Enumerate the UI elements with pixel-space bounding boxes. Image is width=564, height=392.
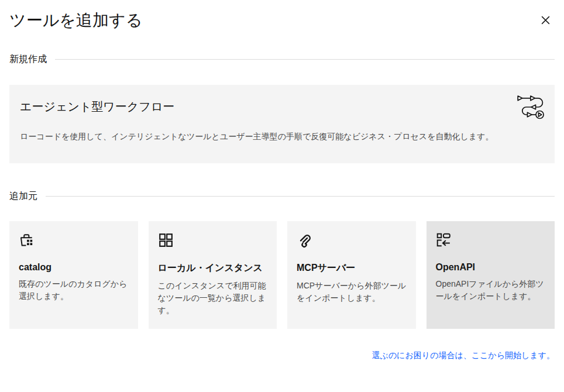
source-cards-grid: catalog 既存のツールのカタログから選択します。 ローカル・インスタンス … (9, 221, 555, 329)
card-openapi[interactable]: OpenAPI OpenAPIファイルから外部ツールをインポートします。 (427, 221, 555, 329)
section-divider (46, 196, 555, 197)
agentic-workflow-icon (517, 94, 547, 121)
card-agentic-workflow[interactable]: エージェント型ワークフロー ローコードを使用して、インテリジェントなツールとユー… (9, 85, 555, 163)
section-add-from: 追加元 (9, 190, 555, 202)
card-title: ローカル・インスタンス (158, 262, 268, 274)
card-mcp-server[interactable]: MCPサーバー MCPサーバーから外部ツールをインポートします。 (287, 221, 416, 329)
close-button[interactable] (537, 12, 553, 28)
card-description: OpenAPIファイルから外部ツールをインポートします。 (436, 278, 546, 302)
openapi-import-icon (436, 232, 546, 250)
card-description: ローコードを使用して、インテリジェントなツールとユーザー主導型の手順で反復可能な… (20, 132, 544, 142)
card-local-instance[interactable]: ローカル・インスタンス このインスタンスで利用可能なツールの一覧から選択します。 (149, 221, 277, 329)
section-divider (55, 59, 555, 60)
help-link[interactable]: 選ぶのにお困りの場合は、ここから開始します。 (372, 350, 555, 360)
section-create-new: 新規作成 (9, 53, 555, 66)
close-icon (541, 15, 551, 25)
modal-header: ツールを追加する (9, 9, 555, 32)
mcp-server-icon (297, 232, 407, 250)
local-instance-icon (158, 232, 268, 250)
section-label-create-new: 新規作成 (9, 53, 47, 66)
card-description: MCPサーバーから外部ツールをインポートします。 (297, 280, 407, 304)
card-title: MCPサーバー (297, 262, 407, 274)
card-title: catalog (19, 262, 129, 273)
add-tool-modal: ツールを追加する 新規作成 エージェント型ワークフロー ローコードを使用して、イ… (0, 0, 564, 392)
card-catalog[interactable]: catalog 既存のツールのカタログから選択します。 (9, 221, 138, 329)
page-title: ツールを追加する (9, 9, 555, 32)
card-title: エージェント型ワークフロー (20, 99, 544, 115)
card-description: このインスタンスで利用可能なツールの一覧から選択します。 (158, 280, 268, 317)
catalog-icon (19, 232, 129, 250)
card-description: 既存のツールのカタログから選択します。 (19, 278, 129, 302)
section-label-add-from: 追加元 (9, 190, 37, 202)
modal-footer: 選ぶのにお困りの場合は、ここから開始します。 (9, 350, 555, 361)
card-title: OpenAPI (436, 262, 546, 273)
